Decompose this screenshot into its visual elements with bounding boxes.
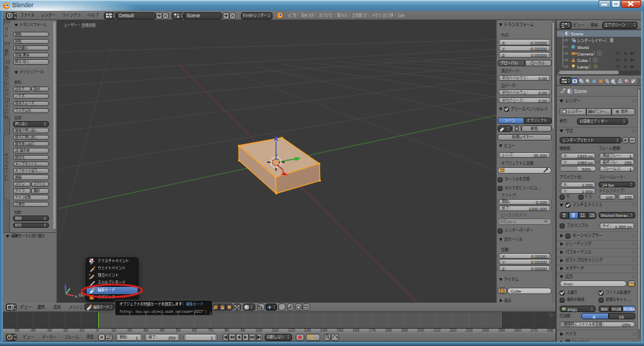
svg-text:Python: bpy.ops.object.mode_se: Python: bpy.ops.object.mode_set(mode='ED… [120,310,207,314]
